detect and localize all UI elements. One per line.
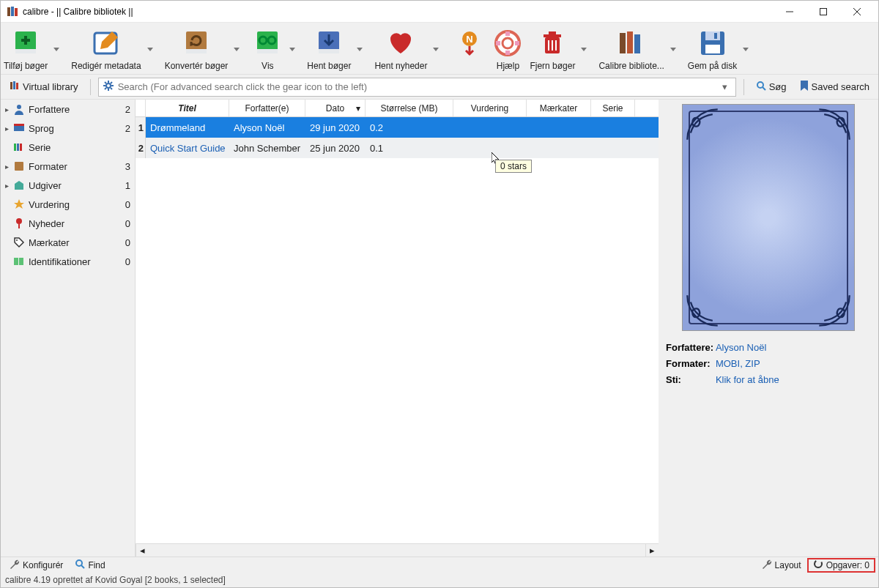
wrench-icon: [762, 559, 772, 571]
header-title[interactable]: Titel: [146, 100, 229, 116]
search-dropdown-icon[interactable]: ▾: [719, 81, 731, 92]
add-books-dropdown[interactable]: [51, 31, 62, 67]
sidebar-item-series[interactable]: Serie: [1, 138, 135, 157]
path-link[interactable]: Klik for at åbne: [716, 374, 779, 385]
fetch-news-dropdown[interactable]: [430, 31, 442, 67]
header-rownum[interactable]: [136, 100, 146, 116]
formats-link[interactable]: MOBI, ZIP: [716, 358, 760, 369]
get-books-dropdown[interactable]: [354, 31, 366, 67]
sidebar-item-languages[interactable]: ▸Sprog2: [1, 119, 135, 138]
svg-rect-25: [549, 31, 556, 34]
find-button[interactable]: Find: [69, 559, 111, 571]
sidebar-item-rating[interactable]: Vurdering0: [1, 195, 135, 214]
add-books-button[interactable]: Tilføj bøger: [1, 26, 51, 72]
svg-point-51: [815, 560, 822, 567]
save-dropdown[interactable]: [740, 31, 752, 67]
news-badge-icon: N: [453, 27, 486, 59]
sidebar-item-tags[interactable]: Mærkater0: [1, 233, 135, 252]
library-dropdown[interactable]: [667, 31, 679, 67]
expand-icon[interactable]: ▸: [5, 105, 12, 113]
heart-icon: [385, 27, 417, 59]
sidebar-item-authors[interactable]: ▸Forfattere2: [1, 100, 135, 119]
search-row: Virtual library ▾ Søg Saved search: [1, 75, 878, 100]
svg-text:N: N: [467, 34, 473, 45]
convert-dropdown[interactable]: [231, 31, 242, 67]
search-input[interactable]: [118, 81, 719, 92]
book-details-panel: Forfattere: Alyson Noël Formater: MOBI, …: [659, 100, 878, 557]
expand-icon[interactable]: ▸: [5, 163, 12, 171]
remove-dropdown[interactable]: [578, 31, 590, 67]
sidebar-item-formats[interactable]: ▸Formater3: [1, 157, 135, 176]
expand-icon[interactable]: ▸: [5, 124, 12, 133]
header-rating[interactable]: Vurdering: [453, 100, 527, 116]
view-dropdown[interactable]: [286, 31, 298, 67]
star-icon: [12, 198, 26, 211]
header-series[interactable]: Serie: [591, 100, 635, 116]
svg-rect-46: [15, 184, 23, 190]
svg-rect-8: [15, 49, 36, 53]
save-disk-button[interactable]: Gem på disk: [685, 26, 740, 72]
fetch-news-button[interactable]: Hent nyheder: [371, 26, 430, 72]
convert-books-button[interactable]: Konvertér bøger: [162, 26, 231, 72]
table-row[interactable]: 1 Drømmeland Alyson Noël 29 jun 2020 0.2: [136, 117, 659, 138]
edit-icon: [90, 27, 122, 59]
edit-metadata-dropdown[interactable]: [144, 31, 156, 67]
scroll-left-button[interactable]: ◂: [136, 544, 149, 557]
author-link[interactable]: Alyson Noël: [716, 342, 766, 353]
svg-rect-4: [820, 8, 827, 15]
table-row[interactable]: 2 Quick Start Guide John Schember 25 jun…: [136, 138, 659, 158]
get-books-button[interactable]: Hent bøger: [304, 26, 354, 72]
grid-body[interactable]: 1 Drømmeland Alyson Noël 29 jun 2020 0.2…: [136, 117, 659, 543]
scroll-right-button[interactable]: ▸: [645, 544, 659, 557]
horizontal-scrollbar[interactable]: ◂ ▸: [136, 543, 659, 557]
convert-icon: [180, 27, 212, 59]
view-button[interactable]: Vis: [248, 26, 286, 72]
book-cover[interactable]: [682, 104, 855, 331]
svg-rect-28: [634, 34, 640, 53]
sidebar-item-identifiers[interactable]: Identifikationer0: [1, 252, 135, 271]
header-tags[interactable]: Mærkater: [527, 100, 591, 116]
main-toolbar: Tilføj bøger Redigér metadata Konvertér …: [1, 23, 878, 75]
header-date[interactable]: Dato▾: [305, 100, 366, 116]
news-button[interactable]: NHjælp: [450, 26, 489, 72]
scroll-track[interactable]: [149, 544, 645, 557]
wrench-icon: [10, 559, 20, 571]
svg-point-22: [502, 38, 513, 48]
help-button[interactable]: Hjælp: [489, 26, 527, 72]
header-size[interactable]: Størrelse (MB): [366, 100, 453, 116]
expand-icon[interactable]: ▸: [5, 182, 12, 190]
search-box[interactable]: ▾: [98, 78, 736, 97]
svg-rect-1: [11, 7, 14, 16]
preferences-button[interactable]: Konfigurér: [4, 559, 69, 571]
jobs-button[interactable]: Opgaver: 0: [807, 558, 875, 573]
saved-search-button[interactable]: Saved search: [795, 79, 875, 94]
edit-metadata-button[interactable]: Redigér metadata: [68, 26, 144, 72]
close-button[interactable]: [840, 1, 874, 23]
library-small-icon: [10, 81, 20, 93]
bottom-status: calibre 4.19 oprettet af Kovid Goyal [2 …: [1, 573, 878, 587]
download-book-icon: [313, 27, 345, 59]
svg-point-37: [757, 82, 763, 88]
maximize-button[interactable]: [806, 1, 840, 23]
formats-label: Formater:: [666, 358, 711, 369]
svg-point-49: [76, 560, 82, 566]
library-button[interactable]: Calibre bibliote...: [596, 26, 667, 72]
header-author[interactable]: Forfatter(e): [229, 100, 305, 116]
author-label: Forfattere:: [666, 342, 713, 353]
flag-icon: [12, 122, 26, 135]
library-icon: [615, 27, 648, 59]
remove-books-button[interactable]: Fjern bøger: [527, 26, 578, 72]
svg-rect-13: [257, 49, 278, 53]
gear-icon[interactable]: [103, 81, 114, 93]
virtual-library-button[interactable]: Virtual library: [5, 79, 83, 94]
bookmark-icon: [800, 81, 809, 93]
sidebar-item-news[interactable]: Nyheder0: [1, 214, 135, 233]
app-icon: [7, 6, 18, 18]
search-button[interactable]: Søg: [752, 79, 791, 94]
svg-rect-26: [620, 33, 626, 53]
svg-line-38: [763, 87, 765, 90]
series-icon: [12, 141, 26, 154]
layout-button[interactable]: Layout: [756, 559, 807, 571]
sidebar-item-publisher[interactable]: ▸Udgiver1: [1, 176, 135, 195]
minimize-button[interactable]: [773, 1, 806, 23]
